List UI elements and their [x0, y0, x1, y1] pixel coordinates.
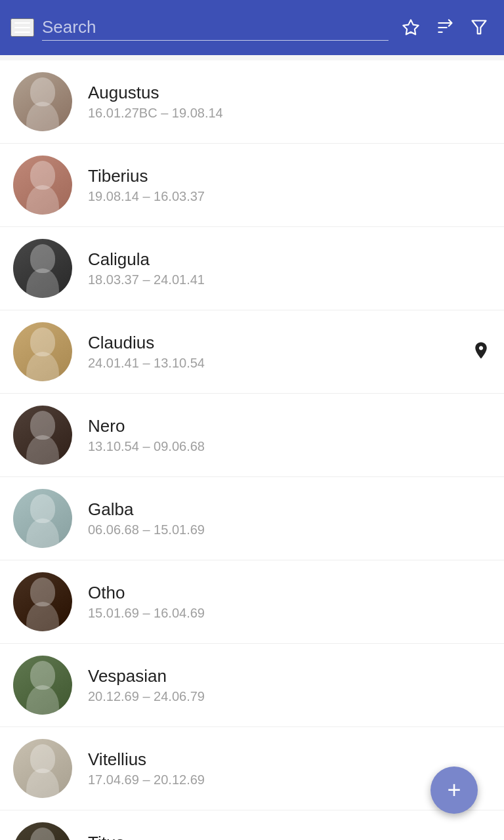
emperor-dates: 16.01.27BC – 19.08.14: [88, 106, 491, 121]
list-item[interactable]: Caligula18.03.37 – 24.01.41: [0, 227, 504, 310]
list-item[interactable]: Vespasian20.12.69 – 24.06.79: [0, 644, 504, 727]
favorites-button[interactable]: [396, 13, 425, 42]
emperor-name: Galba: [88, 499, 491, 520]
avatar: [13, 739, 72, 798]
search-input[interactable]: [42, 14, 388, 41]
add-button[interactable]: +: [430, 766, 478, 814]
emperor-name: Nero: [88, 416, 491, 436]
sort-icon: [436, 18, 454, 37]
list-item[interactable]: Tiberius19.08.14 – 16.03.37: [0, 144, 504, 227]
sort-button[interactable]: [430, 13, 459, 42]
svg-marker-4: [472, 21, 486, 34]
menu-button[interactable]: [10, 18, 34, 37]
emperor-dates: 20.12.69 – 24.06.79: [88, 689, 491, 704]
list-item[interactable]: Nero13.10.54 – 09.06.68: [0, 394, 504, 477]
emperor-info: Nero13.10.54 – 09.06.68: [88, 416, 491, 454]
emperor-name: Augustus: [88, 83, 491, 103]
filter-button[interactable]: [465, 13, 494, 42]
emperor-info: Vespasian20.12.69 – 24.06.79: [88, 666, 491, 704]
avatar: [13, 656, 72, 715]
avatar: [13, 239, 72, 298]
emperor-name: Tiberius: [88, 166, 491, 186]
emperor-info: Augustus16.01.27BC – 19.08.14: [88, 83, 491, 121]
emperor-info: Titus24.06.79 – 13.09.81: [88, 833, 491, 840]
list-item[interactable]: Vitellius17.04.69 – 20.12.69: [0, 727, 504, 810]
emperors-list: Augustus16.01.27BC – 19.08.14Tiberius19.…: [0, 60, 504, 840]
avatar: [13, 72, 72, 131]
star-icon: [402, 18, 420, 37]
emperor-dates: 18.03.37 – 24.01.41: [88, 272, 491, 287]
location-icon: [471, 341, 491, 363]
emperor-dates: 06.06.68 – 15.01.69: [88, 522, 491, 537]
avatar: [13, 156, 72, 215]
list-item[interactable]: Galba06.06.68 – 15.01.69: [0, 477, 504, 560]
emperor-name: Claudius: [88, 333, 491, 353]
emperor-dates: 13.10.54 – 09.06.68: [88, 439, 491, 454]
avatar: [13, 489, 72, 548]
emperor-info: Vitellius17.04.69 – 20.12.69: [88, 749, 491, 788]
avatar: [13, 406, 72, 465]
emperor-info: Tiberius19.08.14 – 16.03.37: [88, 166, 491, 204]
emperor-dates: 24.01.41 – 13.10.54: [88, 356, 491, 371]
avatar: [13, 322, 72, 381]
app-header: [0, 0, 504, 55]
emperor-info: Caligula18.03.37 – 24.01.41: [88, 249, 491, 287]
emperor-info: Claudius24.01.41 – 13.10.54: [88, 333, 491, 371]
list-item[interactable]: Otho15.01.69 – 16.04.69: [0, 560, 504, 644]
list-item[interactable]: Titus24.06.79 – 13.09.81: [0, 810, 504, 840]
emperor-name: Titus: [88, 833, 491, 840]
emperor-name: Otho: [88, 583, 491, 603]
svg-marker-0: [403, 20, 418, 34]
list-item[interactable]: Augustus16.01.27BC – 19.08.14: [0, 60, 504, 144]
emperor-name: Caligula: [88, 249, 491, 270]
avatar: [13, 572, 72, 631]
emperor-name: Vespasian: [88, 666, 491, 686]
emperor-dates: 19.08.14 – 16.03.37: [88, 189, 491, 204]
emperor-info: Otho15.01.69 – 16.04.69: [88, 583, 491, 621]
search-container: [42, 14, 388, 41]
header-actions: [396, 13, 494, 42]
emperor-name: Vitellius: [88, 749, 491, 770]
filter-icon: [470, 18, 488, 37]
emperor-dates: 15.01.69 – 16.04.69: [88, 606, 491, 621]
list-item[interactable]: Claudius24.01.41 – 13.10.54: [0, 310, 504, 394]
emperor-info: Galba06.06.68 – 15.01.69: [88, 499, 491, 537]
avatar: [13, 822, 72, 840]
